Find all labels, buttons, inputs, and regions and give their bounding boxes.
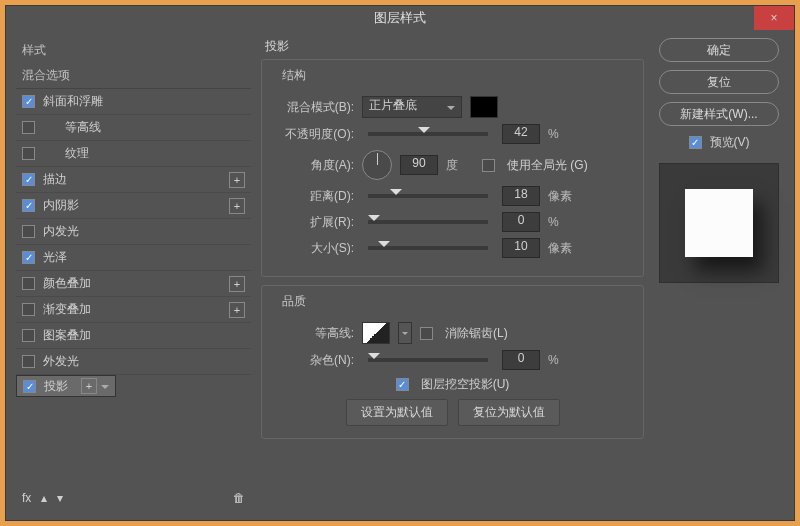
shadow-color-swatch[interactable] — [470, 96, 498, 118]
up-icon[interactable]: ▴ — [41, 491, 47, 505]
antialias-checkbox[interactable] — [420, 327, 433, 340]
down-icon[interactable]: ▾ — [57, 491, 63, 505]
spread-input[interactable]: 0 — [502, 212, 540, 232]
effect-item-5[interactable]: 内发光 — [16, 219, 251, 245]
effect-label: 内发光 — [43, 223, 245, 240]
effect-item-10[interactable]: 外发光 — [16, 349, 251, 375]
blending-options[interactable]: 混合选项 — [16, 63, 251, 89]
effect-title: 投影 — [261, 38, 644, 55]
opacity-slider[interactable] — [368, 132, 488, 136]
contour-picker[interactable] — [362, 322, 390, 344]
dialog-title: 图层样式 — [374, 9, 426, 27]
contour-label: 等高线: — [272, 325, 354, 342]
antialias-label: 消除锯齿(L) — [445, 325, 508, 342]
effect-label: 投影 — [44, 378, 81, 395]
effect-label: 内阴影 — [43, 197, 229, 214]
dialog: 图层样式 × 样式 混合选项 斜面和浮雕等高线纹理描边+内阴影+内发光光泽颜色叠… — [5, 5, 795, 521]
trash-icon[interactable]: 🗑 — [233, 491, 245, 505]
styles-header: 样式 — [16, 38, 251, 63]
reset-default-button[interactable]: 复位为默认值 — [458, 399, 560, 426]
effect-item-8[interactable]: 渐变叠加+ — [16, 297, 251, 323]
size-slider[interactable] — [368, 246, 488, 250]
right-panel: 确定 复位 新建样式(W)... 预览(V) — [654, 38, 784, 512]
effect-label: 颜色叠加 — [43, 275, 229, 292]
effect-checkbox[interactable] — [22, 303, 35, 316]
effect-checkbox[interactable] — [22, 121, 35, 134]
size-input[interactable]: 10 — [502, 238, 540, 258]
effect-checkbox[interactable] — [22, 277, 35, 290]
angle-input[interactable]: 90 — [400, 155, 438, 175]
new-style-button[interactable]: 新建样式(W)... — [659, 102, 779, 126]
preview-label: 预览(V) — [710, 134, 750, 151]
noise-label: 杂色(N): — [272, 352, 354, 369]
effect-item-2[interactable]: 纹理 — [16, 141, 251, 167]
preview-swatch — [685, 189, 753, 257]
global-light-label: 使用全局光 (G) — [507, 157, 588, 174]
effects-list: 斜面和浮雕等高线纹理描边+内阴影+内发光光泽颜色叠加+渐变叠加+图案叠加外发光投… — [16, 89, 251, 484]
effect-item-9[interactable]: 图案叠加 — [16, 323, 251, 349]
effect-item-7[interactable]: 颜色叠加+ — [16, 271, 251, 297]
effect-item-3[interactable]: 描边+ — [16, 167, 251, 193]
styles-panel: 样式 混合选项 斜面和浮雕等高线纹理描边+内阴影+内发光光泽颜色叠加+渐变叠加+… — [16, 38, 251, 512]
effect-checkbox[interactable] — [22, 95, 35, 108]
effect-label: 渐变叠加 — [43, 301, 229, 318]
noise-input[interactable]: 0 — [502, 350, 540, 370]
plus-icon[interactable]: + — [81, 378, 97, 394]
close-icon: × — [770, 11, 777, 25]
effect-item-4[interactable]: 内阴影+ — [16, 193, 251, 219]
cancel-button[interactable]: 复位 — [659, 70, 779, 94]
effect-label: 图案叠加 — [43, 327, 245, 344]
effect-checkbox[interactable] — [22, 225, 35, 238]
preview-area — [659, 163, 779, 283]
effect-checkbox[interactable] — [22, 355, 35, 368]
ok-button[interactable]: 确定 — [659, 38, 779, 62]
effect-item-1[interactable]: 等高线 — [16, 115, 251, 141]
effect-checkbox[interactable] — [23, 380, 36, 393]
angle-dial[interactable] — [362, 150, 392, 180]
effect-label: 斜面和浮雕 — [43, 93, 245, 110]
opacity-label: 不透明度(O): — [272, 126, 354, 143]
effect-checkbox[interactable] — [22, 199, 35, 212]
angle-label: 角度(A): — [272, 157, 354, 174]
set-default-button[interactable]: 设置为默认值 — [346, 399, 448, 426]
distance-slider[interactable] — [368, 194, 488, 198]
spread-slider[interactable] — [368, 220, 488, 224]
angle-unit: 度 — [446, 157, 474, 174]
opacity-input[interactable]: 42 — [502, 124, 540, 144]
blend-mode-select[interactable]: 正片叠底 — [362, 96, 462, 118]
contour-dropdown[interactable] — [398, 322, 412, 344]
styles-footer: fx ▴ ▾ 🗑 — [16, 484, 251, 512]
distance-label: 距离(D): — [272, 188, 354, 205]
distance-input[interactable]: 18 — [502, 186, 540, 206]
effect-item-0[interactable]: 斜面和浮雕 — [16, 89, 251, 115]
effect-checkbox[interactable] — [22, 173, 35, 186]
blend-label: 混合模式(B): — [272, 99, 354, 116]
effect-checkbox[interactable] — [22, 329, 35, 342]
noise-slider[interactable] — [368, 358, 488, 362]
fx-icon[interactable]: fx — [22, 491, 31, 505]
titlebar: 图层样式 × — [6, 6, 794, 30]
effect-item-11[interactable]: 投影+ — [16, 375, 116, 397]
plus-icon[interactable]: + — [229, 198, 245, 214]
structure-legend: 结构 — [278, 67, 310, 84]
spread-label: 扩展(R): — [272, 214, 354, 231]
plus-icon[interactable]: + — [229, 302, 245, 318]
effect-label: 等高线 — [43, 119, 245, 136]
plus-icon[interactable]: + — [229, 172, 245, 188]
size-unit: 像素 — [548, 240, 576, 257]
effect-checkbox[interactable] — [22, 251, 35, 264]
structure-group: 结构 混合模式(B): 正片叠底 不透明度(O): 42 % 角度(A): 90… — [261, 59, 644, 277]
effect-label: 描边 — [43, 171, 229, 188]
effect-item-6[interactable]: 光泽 — [16, 245, 251, 271]
global-light-checkbox[interactable] — [482, 159, 495, 172]
quality-legend: 品质 — [278, 293, 310, 310]
effect-label: 外发光 — [43, 353, 245, 370]
close-button[interactable]: × — [754, 6, 794, 30]
knockout-label: 图层挖空投影(U) — [421, 376, 510, 393]
knockout-checkbox[interactable] — [396, 378, 409, 391]
effect-label: 纹理 — [43, 145, 245, 162]
effect-checkbox[interactable] — [22, 147, 35, 160]
size-label: 大小(S): — [272, 240, 354, 257]
plus-icon[interactable]: + — [229, 276, 245, 292]
preview-checkbox[interactable] — [689, 136, 702, 149]
